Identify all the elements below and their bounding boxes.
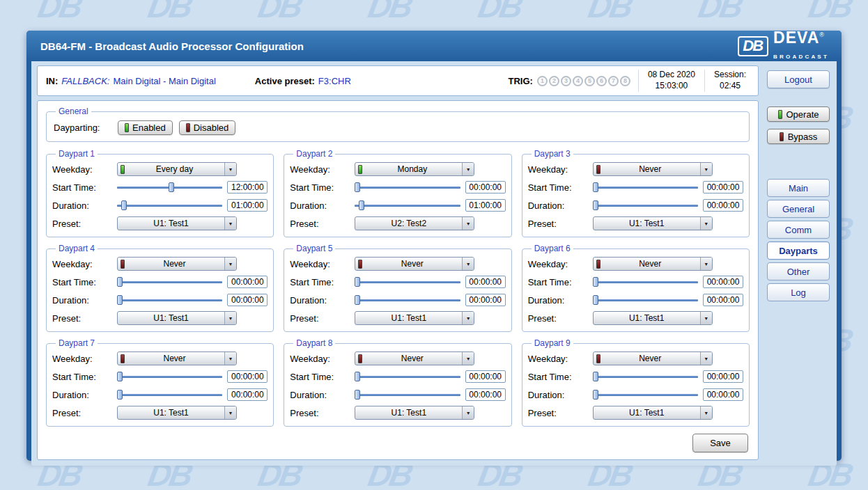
duration-input[interactable] [703,388,743,401]
slider-thumb[interactable] [169,182,174,192]
slider-thumb[interactable] [355,277,360,287]
chevron-down-icon[interactable]: ▼ [462,312,474,324]
preset-select[interactable]: U1: Test1 ▼ [593,311,713,325]
sidebar-item-log[interactable]: Log [767,283,830,301]
slider-thumb[interactable] [359,200,364,210]
preset-select[interactable]: U1: Test1 ▼ [117,311,237,325]
chevron-down-icon[interactable]: ▼ [462,217,474,230]
chevron-down-icon[interactable]: ▼ [700,258,712,270]
chevron-down-icon[interactable]: ▼ [700,312,712,324]
duration-input[interactable] [465,294,506,306]
weekday-select[interactable]: Never ▼ [593,351,713,365]
duration-input[interactable] [227,294,268,306]
chevron-down-icon[interactable]: ▼ [700,163,712,175]
chevron-down-icon[interactable]: ▼ [224,217,236,230]
start-time-input[interactable] [465,181,506,193]
preset-select[interactable]: U1: Test1 ▼ [355,406,474,420]
dayparting-disabled-button[interactable]: Disabled [179,120,236,135]
start-time-input[interactable] [465,370,506,383]
start-time-slider[interactable] [355,276,460,287]
duration-input[interactable] [703,199,743,212]
logout-button[interactable]: Logout [767,70,830,88]
chevron-down-icon[interactable]: ▼ [462,406,474,419]
start-time-slider[interactable] [355,182,460,193]
duration-input[interactable] [703,294,743,306]
duration-slider[interactable] [355,389,460,400]
chevron-down-icon[interactable]: ▼ [462,352,474,365]
duration-input[interactable] [227,199,268,212]
duration-slider[interactable] [593,200,698,211]
dayparting-enabled-button[interactable]: Enabled [118,120,173,135]
chevron-down-icon[interactable]: ▼ [700,217,712,230]
chevron-down-icon[interactable]: ▼ [462,163,474,175]
slider-thumb[interactable] [355,390,360,400]
duration-slider[interactable] [355,294,460,306]
chevron-down-icon[interactable]: ▼ [700,352,712,365]
chevron-down-icon[interactable]: ▼ [224,258,236,270]
duration-input[interactable] [227,388,268,401]
start-time-slider[interactable] [117,276,222,287]
preset-select[interactable]: U1: Test1 ▼ [593,406,713,420]
chevron-down-icon[interactable]: ▼ [224,312,236,324]
slider-thumb[interactable] [117,295,123,305]
slider-thumb[interactable] [593,372,598,381]
chevron-down-icon[interactable]: ▼ [224,352,236,365]
sidebar-item-comm[interactable]: Comm [767,221,830,239]
weekday-select[interactable]: Never ▼ [593,162,713,176]
slider-thumb[interactable] [593,182,598,192]
slider-thumb[interactable] [593,295,598,305]
slider-thumb[interactable] [355,372,360,381]
preset-select[interactable]: U1: Test1 ▼ [355,311,474,325]
slider-thumb[interactable] [593,390,598,400]
chevron-down-icon[interactable]: ▼ [462,258,474,270]
slider-thumb[interactable] [355,295,360,305]
duration-slider[interactable] [117,200,222,211]
preset-select[interactable]: U1: Test1 ▼ [117,216,237,230]
save-button[interactable]: Save [692,434,748,452]
weekday-select[interactable]: Monday ▼ [355,162,474,176]
start-time-input[interactable] [465,276,506,288]
slider-thumb[interactable] [117,372,123,381]
sidebar-item-other[interactable]: Other [767,262,830,280]
sidebar-item-main[interactable]: Main [767,179,830,197]
preset-select[interactable]: U1: Test1 ▼ [117,406,237,420]
start-time-input[interactable] [227,181,268,193]
start-time-input[interactable] [227,370,268,383]
weekday-select[interactable]: Never ▼ [355,351,474,365]
chevron-down-icon[interactable]: ▼ [224,406,236,419]
start-time-slider[interactable] [117,371,222,382]
start-time-slider[interactable] [593,182,698,193]
start-time-input[interactable] [703,370,743,383]
duration-input[interactable] [465,199,506,212]
chevron-down-icon[interactable]: ▼ [224,163,236,175]
duration-input[interactable] [465,388,506,401]
weekday-select[interactable]: Never ▼ [117,257,237,271]
start-time-input[interactable] [703,181,743,193]
duration-slider[interactable] [117,294,222,306]
start-time-slider[interactable] [355,371,460,382]
slider-thumb[interactable] [117,277,123,287]
weekday-select[interactable]: Never ▼ [355,257,474,271]
preset-select[interactable]: U1: Test1 ▼ [593,216,713,230]
start-time-slider[interactable] [593,276,698,287]
sidebar-item-dayparts[interactable]: Dayparts [767,242,830,260]
preset-select[interactable]: U2: Test2 ▼ [355,216,474,230]
start-time-input[interactable] [227,276,268,288]
duration-slider[interactable] [593,389,698,400]
duration-slider[interactable] [593,294,698,306]
sidebar-item-general[interactable]: General [767,200,830,218]
chevron-down-icon[interactable]: ▼ [700,406,712,419]
weekday-select[interactable]: Never ▼ [117,351,237,365]
slider-thumb[interactable] [355,182,360,192]
slider-thumb[interactable] [593,277,598,287]
operate-button[interactable]: Operate [767,106,830,122]
slider-thumb[interactable] [117,390,123,400]
start-time-slider[interactable] [117,182,222,193]
start-time-input[interactable] [703,276,743,288]
slider-thumb[interactable] [593,200,598,210]
weekday-select[interactable]: Never ▼ [593,257,713,271]
duration-slider[interactable] [117,389,222,400]
slider-thumb[interactable] [121,200,127,210]
start-time-slider[interactable] [593,371,698,382]
duration-slider[interactable] [355,200,460,211]
